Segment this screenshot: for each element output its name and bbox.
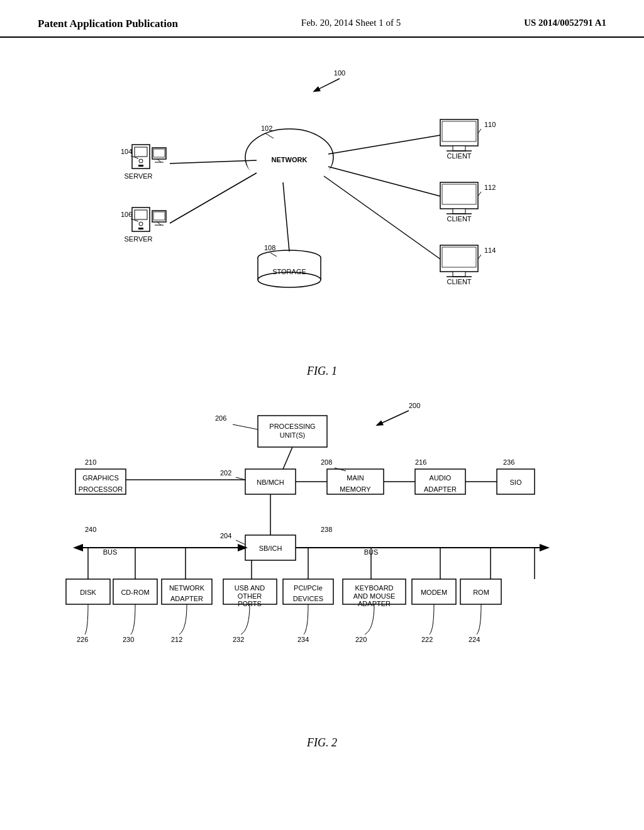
svg-text:PROCESSOR: PROCESSOR [79,485,123,493]
svg-line-70 [377,411,409,425]
svg-line-75 [233,424,258,429]
svg-text:112: 112 [484,184,496,191]
svg-text:MAIN: MAIN [347,474,364,482]
svg-text:CLIENT: CLIENT [447,152,471,160]
svg-rect-42 [440,119,478,146]
svg-line-68 [324,176,440,259]
svg-text:DISK: DISK [80,589,96,596]
svg-text:SERVER: SERVER [124,235,152,243]
svg-rect-58 [453,272,465,277]
svg-text:222: 222 [421,636,433,643]
svg-text:234: 234 [297,636,309,643]
header-center: Feb. 20, 2014 Sheet 1 of 5 [301,18,401,28]
svg-text:NETWORK: NETWORK [169,584,205,592]
header-right: US 2014/0052791 A1 [524,18,606,28]
svg-line-96 [283,447,292,469]
svg-text:100: 100 [334,69,345,77]
page-header: Patent Application Publication Feb. 20, … [0,0,644,38]
svg-rect-56 [440,245,478,272]
svg-text:204: 204 [220,532,231,540]
svg-text:BUS: BUS [103,548,118,556]
svg-text:226: 226 [77,636,88,643]
svg-text:106: 106 [121,211,132,218]
svg-text:208: 208 [321,458,332,466]
svg-text:236: 236 [503,458,514,466]
svg-text:102: 102 [261,124,272,132]
svg-line-104 [236,540,245,545]
svg-text:CLIENT: CLIENT [447,215,471,223]
svg-text:USB AND: USB AND [235,584,265,592]
svg-rect-51 [453,209,465,214]
svg-line-64 [170,173,257,223]
main-content: 100 NETWORK 102 [0,38,644,787]
svg-rect-49 [440,182,478,209]
svg-text:230: 230 [123,636,134,643]
svg-text:KEYBOARD: KEYBOARD [355,584,393,592]
svg-text:DEVICES: DEVICES [293,595,323,602]
svg-line-63 [170,160,257,163]
svg-text:200: 200 [409,402,420,409]
svg-text:NETWORK: NETWORK [272,156,308,163]
header-left: Patent Application Publication [38,18,178,30]
fig2-diagram: 200 PROCESSING UNIT(S) 206 NB/MCH 202 MA… [38,397,606,730]
svg-text:OTHER: OTHER [238,592,262,600]
svg-text:206: 206 [215,414,226,422]
svg-line-65 [283,182,289,252]
svg-text:MEMORY: MEMORY [340,485,371,493]
svg-text:110: 110 [484,121,496,128]
svg-text:CD-ROM: CD-ROM [121,589,149,596]
svg-text:ROM: ROM [473,589,489,596]
svg-text:224: 224 [469,636,480,643]
svg-text:MODEM: MODEM [421,589,447,596]
svg-text:240: 240 [85,526,96,533]
svg-text:SERVER: SERVER [124,172,152,180]
svg-text:NB/MCH: NB/MCH [257,479,284,486]
svg-text:202: 202 [220,469,231,477]
svg-text:212: 212 [171,636,182,643]
svg-rect-15 [138,165,143,167]
svg-text:210: 210 [85,458,96,466]
svg-text:ADAPTER: ADAPTER [170,595,203,602]
svg-text:GRAPHICS: GRAPHICS [82,474,118,482]
svg-rect-26 [138,228,143,230]
fig2-label: FIG. 2 [38,736,606,750]
svg-text:ADAPTER: ADAPTER [424,485,457,493]
svg-text:SIO: SIO [510,479,522,486]
svg-text:STORAGE: STORAGE [272,268,306,275]
svg-text:PROCESSING: PROCESSING [269,423,315,430]
fig1-diagram: 100 NETWORK 102 [38,57,606,358]
svg-text:CLIENT: CLIENT [447,278,471,285]
svg-text:UNIT(S): UNIT(S) [280,431,305,439]
svg-text:232: 232 [233,636,244,643]
svg-text:104: 104 [121,148,132,155]
svg-line-66 [328,135,440,154]
svg-text:AUDIO: AUDIO [430,474,452,482]
svg-text:238: 238 [321,526,332,533]
svg-text:220: 220 [355,636,367,643]
svg-text:SB/ICH: SB/ICH [259,545,282,552]
svg-text:108: 108 [264,244,275,252]
svg-line-1 [314,79,340,91]
svg-text:114: 114 [484,246,496,254]
svg-text:216: 216 [415,458,426,466]
fig1-label: FIG. 1 [38,365,606,378]
svg-rect-44 [453,146,465,151]
svg-text:AND MOUSE: AND MOUSE [353,592,396,600]
svg-text:PCI/PCIe: PCI/PCIe [294,584,323,592]
